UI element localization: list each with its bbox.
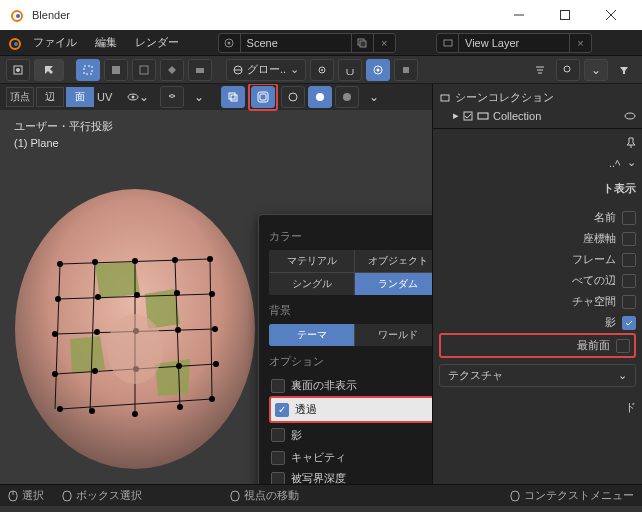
visibility-icon[interactable]: ⌄ — [126, 86, 150, 108]
svg-point-53 — [209, 291, 215, 297]
dof-label: 被写界深度 — [291, 471, 432, 484]
texture-dropdown[interactable]: テクスチャ ⌄ — [439, 364, 636, 387]
svg-point-60 — [92, 368, 98, 374]
outliner[interactable]: シーンコレクション ▸ Collection — [433, 84, 642, 129]
svg-point-75 — [625, 113, 635, 119]
options-button[interactable] — [394, 59, 418, 81]
tab-partial[interactable]: ト表示 — [439, 181, 636, 196]
bg-world[interactable]: ワールド — [355, 324, 432, 346]
maximize-button[interactable] — [542, 0, 588, 30]
cavity-label: キャビティ — [291, 450, 432, 465]
scene-selector[interactable]: Scene × — [218, 33, 396, 53]
close-button[interactable] — [588, 0, 634, 30]
menu-render[interactable]: レンダー — [128, 32, 186, 53]
minimize-button[interactable] — [496, 0, 542, 30]
wireframe-label: フレーム — [439, 252, 616, 267]
backface-row: 裏面の非表示 — [269, 375, 432, 396]
3d-viewport[interactable]: 頂点 辺 面 UV ⌄ ⌄ ⌄ ユーザー・平行投影 (1) Plane — [0, 84, 432, 484]
tool-2[interactable] — [104, 59, 128, 81]
shade-matpreview[interactable] — [335, 86, 359, 108]
outliner-filter-icon[interactable] — [528, 59, 552, 81]
mode-cursor-icon[interactable] — [34, 59, 64, 81]
texspace-checkbox[interactable] — [622, 295, 636, 309]
color-material[interactable]: マテリアル — [269, 250, 354, 272]
cavity-row: キャビティ — [269, 447, 432, 468]
transform-orientation-dropdown[interactable]: グロー.. ⌄ — [226, 59, 306, 81]
xray-checkbox[interactable]: ✓ — [275, 403, 289, 417]
svg-point-49 — [55, 296, 61, 302]
backface-checkbox[interactable] — [271, 379, 285, 393]
panel-bottom[interactable]: ド — [439, 400, 636, 415]
face-select[interactable]: 面 — [66, 87, 94, 107]
collection-label[interactable]: Collection — [493, 110, 541, 122]
tool-3[interactable] — [132, 59, 156, 81]
viewlayer-selector[interactable]: View Layer × — [436, 33, 592, 53]
cavity-checkbox[interactable] — [271, 451, 285, 465]
shading-popover-button[interactable] — [251, 86, 275, 108]
shade-wireframe[interactable] — [281, 86, 305, 108]
color-object[interactable]: オブジェクト — [355, 250, 432, 272]
tool-5[interactable] — [188, 59, 212, 81]
menu-edit[interactable]: 編集 — [88, 32, 124, 53]
menu-file[interactable]: ファイル — [26, 32, 84, 53]
svg-point-50 — [95, 294, 101, 300]
edge-select[interactable]: 辺 — [36, 87, 64, 107]
viewport-info: ユーザー・平行投影 (1) Plane — [14, 118, 113, 151]
mesh-preview — [0, 164, 270, 484]
editor-type-button[interactable] — [6, 59, 30, 81]
dof-checkbox[interactable] — [271, 472, 285, 485]
viewlayer-name[interactable]: View Layer — [459, 37, 569, 49]
shade-dropdown[interactable]: ⌄ — [362, 86, 386, 108]
propshadow-checkbox[interactable] — [622, 316, 636, 330]
axis-checkbox[interactable] — [622, 232, 636, 246]
svg-point-59 — [52, 371, 58, 377]
mesh-select-mode: 頂点 辺 面 — [6, 87, 94, 107]
scene-name[interactable]: Scene — [241, 37, 351, 49]
snap-button[interactable] — [338, 59, 362, 81]
color-random[interactable]: ランダム — [355, 273, 432, 295]
scene-collection-label[interactable]: シーンコレクション — [455, 90, 554, 105]
shadow-checkbox[interactable] — [271, 428, 285, 442]
overlay-toggle[interactable] — [160, 86, 184, 108]
browse-scene-icon[interactable] — [351, 34, 373, 52]
svg-point-37 — [316, 93, 324, 101]
alledges-checkbox[interactable] — [622, 274, 636, 288]
bg-theme[interactable]: テーマ — [269, 324, 354, 346]
outliner-x[interactable]: ⌄ — [584, 59, 608, 81]
xray-toggle[interactable] — [221, 86, 245, 108]
alledges-label: べての辺 — [439, 273, 616, 288]
svg-point-1 — [16, 14, 20, 18]
svg-point-22 — [321, 69, 323, 71]
svg-point-48 — [207, 256, 213, 262]
select-mode-button[interactable] — [76, 59, 100, 81]
outliner-search[interactable] — [556, 59, 580, 81]
xray-row: ✓ 透過 1.000 — [269, 396, 432, 423]
color-type-grid: マテリアル オブジェクト 頂点 シングル ランダム テクスチャ — [269, 250, 432, 295]
status-select: 選択 — [22, 488, 44, 503]
pin-icon[interactable] — [626, 137, 636, 149]
pivot-button[interactable] — [310, 59, 334, 81]
shadow-label: 影 — [291, 428, 432, 443]
expand-icon[interactable]: ⌄ — [627, 156, 636, 169]
svg-point-58 — [212, 326, 218, 332]
color-single[interactable]: シングル — [269, 273, 354, 295]
viewlayer-x-icon[interactable]: × — [569, 34, 591, 52]
overlay-dropdown[interactable]: ⌄ — [187, 86, 211, 108]
wireframe-checkbox[interactable] — [622, 253, 636, 267]
shade-solid[interactable] — [308, 86, 332, 108]
svg-rect-32 — [229, 93, 235, 99]
vert-select[interactable]: 頂点 — [6, 87, 34, 107]
eye-icon[interactable] — [624, 111, 636, 121]
chevron-icon[interactable]: ▸ — [453, 109, 459, 122]
svg-point-51 — [134, 292, 140, 298]
name-label: 名前 — [439, 210, 616, 225]
infront-checkbox[interactable] — [616, 339, 630, 353]
proportional-edit-button[interactable] — [366, 59, 390, 81]
svg-point-14 — [16, 68, 20, 72]
uv-sync[interactable]: UV — [97, 91, 112, 103]
tool-4[interactable] — [160, 59, 184, 81]
checkbox-icon[interactable] — [463, 111, 473, 121]
outliner-filter2[interactable] — [612, 59, 636, 81]
name-checkbox[interactable] — [622, 211, 636, 225]
new-scene-icon[interactable]: × — [373, 34, 395, 52]
